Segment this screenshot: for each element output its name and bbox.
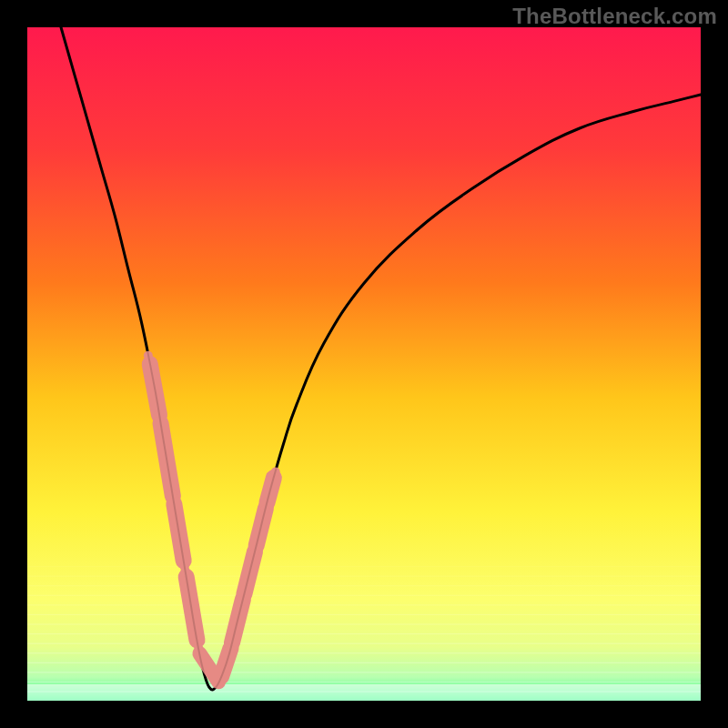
svg-rect-12: [27, 682, 701, 682]
svg-rect-8: [27, 643, 701, 644]
svg-rect-10: [27, 662, 701, 663]
chart-container: { "watermark": "TheBottleneck.com", "col…: [0, 0, 728, 728]
svg-rect-11: [27, 672, 701, 672]
svg-rect-1: [27, 576, 701, 577]
svg-rect-4: [27, 604, 701, 605]
watermark-text: TheBottleneck.com: [512, 4, 717, 29]
svg-rect-7: [27, 633, 701, 634]
bottom-white-strip: [27, 684, 701, 701]
gradient-background: [27, 27, 701, 701]
svg-rect-2: [27, 585, 701, 586]
svg-rect-0: [27, 566, 701, 567]
plot-svg: [0, 0, 728, 728]
svg-rect-9: [27, 652, 701, 653]
svg-rect-6: [27, 623, 701, 624]
svg-rect-5: [27, 614, 701, 615]
svg-rect-3: [27, 595, 701, 596]
